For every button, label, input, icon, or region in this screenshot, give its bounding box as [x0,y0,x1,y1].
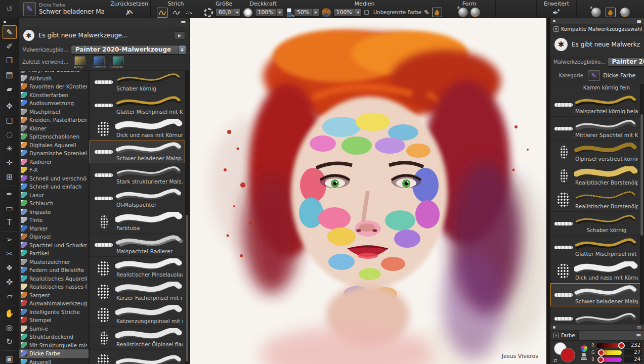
brush-category-item[interactable]: Stempel [19,316,89,325]
tool-button[interactable]: ➢ [3,233,17,246]
brush-category-item[interactable]: Schlauch [19,199,89,208]
brush-variant-item[interactable]: Realistischer Pinselauslauf [90,257,185,280]
brush-variant-item[interactable]: Malspachtel-Radierer [90,234,185,256]
brush-variant-item[interactable]: Dick und nass mit Körnung [90,117,185,140]
brush-category-item[interactable]: Dicke Farbe [19,349,89,358]
close-icon[interactable]: ✕ [553,333,559,338]
tool-button[interactable]: ◌ [3,127,17,141]
brush-selector[interactable]: ✎ Dicke Farbe Schwer beladener Mal... [19,0,108,18]
close-icon[interactable]: ✕ [553,26,559,32]
stroke-preview-button[interactable] [620,8,630,17]
brush-category-item[interactable]: Kreiden, Pastellfarben... [19,116,89,124]
dab-profile-button[interactable] [470,8,480,17]
brush-variant-item[interactable]: Kamm körnig fein [550,84,640,93]
panel-menu-icon[interactable]: ≡ [636,332,644,339]
tool-button[interactable]: ✂ [3,247,17,260]
tool-button[interactable]: ▰ [3,82,17,96]
recent-brush[interactable]: Einfach [91,56,108,69]
brush-category-item[interactable]: Intelligente Striche [19,308,89,316]
recent-brush[interactable]: Realisti... [110,56,127,69]
brush-variant-item[interactable]: Farbtuba [90,210,185,233]
library-select[interactable]: Painter 20... [607,57,644,67]
slider-handle[interactable] [618,342,625,349]
brush-variant-item[interactable]: Glatter Mischpinsel mit K... [90,94,185,117]
panel-menu-icon[interactable]: ≡ [636,325,641,330]
stepper-icon[interactable] [178,46,186,54]
color-wheel-icon[interactable] [581,345,587,352]
brush-category-item[interactable]: Strukturdeckend [19,333,89,341]
tool-button[interactable]: ◎ [3,321,17,334]
brush-category-item[interactable]: Federn und Bleistifte [19,266,89,275]
opacity-select[interactable]: 100% [255,8,283,17]
brush-variant-item[interactable]: Schwer beladener Malsp... [550,283,640,306]
brush-category-item[interactable]: Musterzeichner [19,258,89,266]
brush-category-item[interactable]: Spitzenschablonen [19,132,89,141]
mixer-stamp-icon[interactable] [580,353,587,360]
brush-variant-item[interactable]: Realistischer Borstenölpi... [550,188,640,211]
slider-handle[interactable] [597,356,604,363]
freehand-stroke-button[interactable] [157,8,168,18]
brush-variant-item[interactable]: Schaber körnig [90,71,185,94]
tool-button[interactable]: ✥ [3,99,17,113]
brush-category-item[interactable]: Realistisches Aquarell [19,275,89,283]
brush-variant-item[interactable] [550,307,640,325]
advanced-brush-button[interactable]: ✒✦ [551,8,562,18]
swap-colors-icon[interactable]: ⇄ [553,358,557,363]
brush-category-item[interactable]: Auswahlmalwerkzeuge [19,299,89,308]
panel-menu-icon[interactable]: ≡ [636,19,641,24]
brush-variant-item[interactable]: Realistischer Ölpinsel flach [90,327,185,349]
straight-stroke-button[interactable] [170,8,182,18]
tool-button[interactable]: ✎ [3,25,17,39]
library-select[interactable]: Painter 2020-Malwerkzeuge [71,45,186,55]
new-brushes-banner[interactable]: ✱ Es gibt neue Malwerkzeuge... [550,34,644,55]
brush-category-item[interactable]: Audioumsetzung [19,99,89,108]
brush-variant-item[interactable]: Schwer beladener Malsp... [90,141,185,163]
brush-category-item[interactable]: Sargent [19,291,89,300]
pencil-icon[interactable]: ✎ [424,9,430,16]
brush-category-item[interactable]: Sumi-e [19,325,89,333]
panel-grip[interactable]: ≡ [550,18,644,24]
brush-category-item[interactable]: Marker [19,224,89,233]
tool-button[interactable]: T [3,215,17,229]
brush-category-item[interactable]: Aquarell [19,358,89,364]
tool-button[interactable]: ▣ [3,352,17,364]
brush-category-item[interactable]: Airbrush [19,74,89,83]
scrollbar[interactable] [185,71,189,364]
channel-slider[interactable] [596,343,622,348]
dab-shape-button[interactable]: ✳ [458,8,468,17]
tool-button[interactable]: ✜ [3,275,17,289]
tool-button[interactable]: ▭ [3,201,17,215]
brush-category-item[interactable]: Dynamische Sprenkel [19,149,89,158]
brush-category-item[interactable]: Partikel [19,249,89,258]
tool-button[interactable]: ✳ [3,142,17,155]
brush-category-item[interactable]: Spachtel und Schwäm... [19,241,89,250]
tool-button[interactable]: ⊞ [3,170,17,184]
banner-next-button[interactable]: ▶ [174,31,185,39]
brush-variant-item[interactable]: Öl-Malspachtel [90,187,185,210]
brush-category-item[interactable]: Lasur [19,191,89,200]
panel-grip[interactable]: ≡ [550,325,644,331]
scrollbar-thumb[interactable] [640,114,643,236]
brush-category-item[interactable]: Impasto [19,208,89,216]
brush-variant-item[interactable]: Realistischer Borstenölpi... [550,164,640,188]
brush-category-item[interactable]: Kloner [19,124,89,133]
slider-handle[interactable] [598,349,605,356]
panel-menu-icon[interactable]: ≡ [181,19,186,26]
brush-variant-item[interactable]: Ölpinsel verstreut körnig [550,141,640,164]
tool-button[interactable]: ▢ [3,113,17,127]
brush-category-item[interactable]: Schnell und einfach [19,183,89,191]
channel-slider[interactable] [596,350,622,355]
brush-category-item[interactable]: Künstlerfarben [19,91,89,100]
brush-category-item[interactable]: Ölpinsel [19,233,89,241]
brush-variant-item[interactable]: Schaber körnig [550,212,640,235]
tool-button[interactable]: ✐ [3,39,17,53]
restore-defaults-button[interactable]: ↺ [0,0,19,18]
scrollbar-thumb[interactable] [186,215,188,361]
tool-button[interactable]: ❖ [3,261,17,275]
media-blend-select[interactable]: 100% [333,8,362,17]
tool-button[interactable]: ❒ [3,54,17,67]
brush-category-item[interactable]: Favoriten der Künstler [19,82,89,91]
toolbox-grip[interactable] [4,21,6,23]
brush-variant-item[interactable]: Katzenzungenpinsel mit r... [90,303,185,326]
brush-variant-item[interactable] [90,350,185,364]
